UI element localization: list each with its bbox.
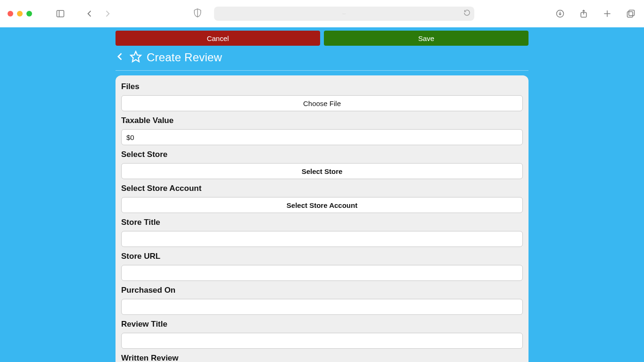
downloads-button[interactable]: [554, 8, 566, 19]
purchased-on-input[interactable]: [121, 299, 523, 315]
files-field: Files Choose File: [121, 82, 523, 111]
tabs-icon: [626, 9, 636, 18]
purchased-on-label: Purchased On: [121, 286, 523, 295]
svg-rect-10: [627, 12, 633, 17]
new-tab-button[interactable]: [602, 8, 613, 19]
taxable-value-input[interactable]: [121, 129, 523, 145]
close-window-button[interactable]: [8, 11, 13, 16]
sidebar-icon: [56, 9, 65, 18]
files-label: Files: [121, 82, 523, 91]
select-store-button[interactable]: Select Store: [121, 163, 523, 179]
share-icon: [579, 9, 588, 18]
store-title-label: Store Title: [121, 218, 523, 227]
purchased-on-field: Purchased On: [121, 286, 523, 315]
review-title-label: Review Title: [121, 320, 523, 329]
form-card: Files Choose File Taxable Value Select S…: [116, 75, 528, 362]
page-body: Cancel Save Create Review Files Choose F…: [0, 27, 644, 362]
save-button[interactable]: Save: [324, 31, 528, 46]
content-column: Cancel Save Create Review Files Choose F…: [116, 31, 528, 362]
back-button[interactable]: [116, 51, 125, 64]
written-review-label: Written Review: [121, 354, 523, 362]
store-url-field: Store URL: [121, 252, 523, 281]
select-store-account-button[interactable]: Select Store Account: [121, 197, 523, 213]
address-bar[interactable]: •••: [214, 7, 474, 21]
cancel-button[interactable]: Cancel: [116, 31, 320, 46]
choose-file-button[interactable]: Choose File: [121, 95, 523, 111]
star-icon: [130, 50, 142, 65]
plus-icon: [603, 9, 612, 18]
page-title: Create Review: [147, 51, 222, 64]
svg-marker-11: [131, 51, 141, 62]
chevron-right-icon: [103, 9, 112, 18]
written-review-field: Written Review: [121, 354, 523, 362]
reload-button[interactable]: [463, 9, 471, 18]
store-url-input[interactable]: [121, 265, 523, 281]
store-url-label: Store URL: [121, 252, 523, 261]
select-store-label: Select Store: [121, 150, 523, 159]
select-store-account-label: Select Store Account: [121, 184, 523, 193]
chevron-left-icon: [85, 9, 94, 18]
select-store-account-field: Select Store Account Select Store Accoun…: [121, 184, 523, 213]
window-controls: [8, 11, 32, 16]
action-buttons-row: Cancel Save: [116, 31, 528, 46]
review-title-field: Review Title: [121, 320, 523, 349]
select-store-field: Select Store Select Store: [121, 150, 523, 179]
maximize-window-button[interactable]: [26, 11, 32, 16]
privacy-shield-icon[interactable]: [193, 8, 202, 19]
taxable-value-label: Taxable Value: [121, 116, 523, 125]
browser-toolbar: •••: [0, 0, 644, 27]
share-button[interactable]: [578, 8, 589, 19]
store-title-input[interactable]: [121, 231, 523, 247]
sidebar-toggle-button[interactable]: [55, 8, 66, 19]
svg-rect-0: [57, 10, 64, 16]
tabs-overview-button[interactable]: [625, 8, 636, 19]
page-header: Create Review: [116, 50, 528, 71]
lock-icon: •••: [342, 13, 346, 15]
download-icon: [555, 9, 565, 18]
store-title-field: Store Title: [121, 218, 523, 247]
nav-forward-button[interactable]: [102, 8, 113, 19]
nav-back-button[interactable]: [84, 8, 95, 19]
chevron-left-icon: [116, 51, 125, 62]
svg-rect-9: [629, 10, 635, 16]
taxable-value-field: Taxable Value: [121, 116, 523, 145]
minimize-window-button[interactable]: [17, 11, 23, 16]
review-title-input[interactable]: [121, 333, 523, 349]
